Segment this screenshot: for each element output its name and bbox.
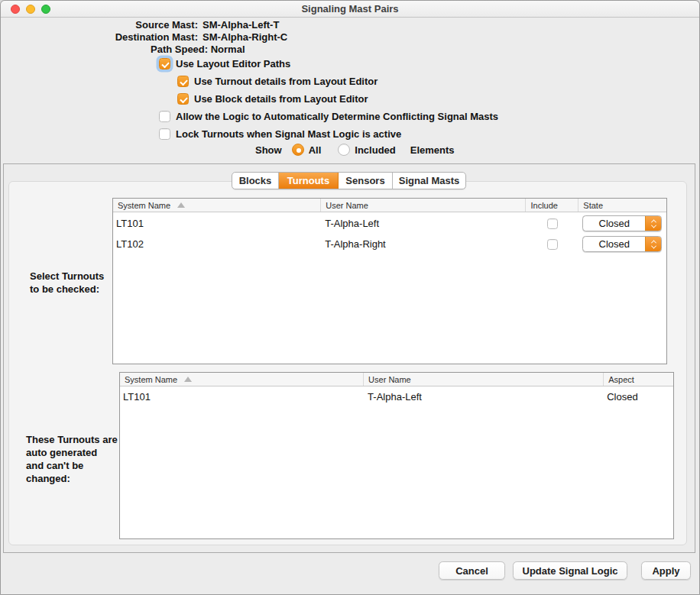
state-dropdown-value: Closed (583, 216, 645, 231)
header-system-name-label: System Name (125, 375, 177, 384)
apply-button[interactable]: Apply (641, 561, 691, 580)
header-state-label: State (583, 201, 603, 210)
tab-turnouts[interactable]: Turnouts (279, 173, 339, 189)
destination-mast-label: Destination Mast: (1, 31, 198, 43)
signaling-mast-pairs-window: Signaling Mast Pairs Source Mast: SM-Alp… (0, 0, 700, 595)
lock-turnouts-checkbox[interactable] (159, 128, 170, 140)
cancel-button[interactable]: Cancel (439, 561, 505, 580)
header-system-name[interactable]: System Name (120, 373, 364, 386)
update-signal-logic-button[interactable]: Update Signal Logic (513, 561, 627, 580)
header-system-name-label: System Name (118, 201, 170, 210)
stepper-arrows-icon (645, 237, 661, 251)
table-row[interactable]: LT101 T-Alpha-Left Closed (120, 387, 673, 406)
destination-mast-row: Destination Mast: SM-Alpha-Right-C (1, 31, 459, 43)
cell-system-name: LT101 (116, 218, 144, 229)
use-layout-editor-paths-checkbox[interactable] (159, 58, 170, 70)
sort-ascending-icon (177, 202, 185, 208)
show-elements-row: Show All Included Elements (255, 143, 455, 157)
cell-aspect: Closed (607, 391, 637, 403)
header-user-name-label: User Name (326, 201, 368, 210)
auto-generated-label-line2: auto generated (26, 446, 118, 459)
source-mast-label: Source Mast: (1, 19, 198, 31)
header-aspect[interactable]: Aspect (604, 373, 673, 386)
show-all-label: All (309, 144, 322, 156)
use-turnout-details-label: Use Turnout details from Layout Editor (194, 76, 378, 87)
header-system-name[interactable]: System Name (113, 199, 321, 212)
option-row-turnout-details: Use Turnout details from Layout Editor (177, 75, 378, 88)
header-include[interactable]: Include (526, 199, 578, 212)
cell-system-name: LT101 (123, 391, 151, 403)
use-block-details-label: Use Block details from Layout Editor (194, 93, 368, 105)
state-dropdown[interactable]: Closed (582, 236, 662, 252)
header-aspect-label: Aspect (608, 375, 634, 384)
auto-turnouts-table-header: System Name User Name Aspect (120, 373, 673, 386)
state-dropdown[interactable]: Closed (582, 215, 662, 231)
lock-turnouts-label: Lock Turnouts when Signal Mast Logic is … (176, 128, 401, 140)
path-speed-label: Path Speed: Normal (151, 44, 245, 55)
auto-generated-label-line1: These Turnouts are (26, 433, 118, 446)
auto-generated-label-line4: changed: (26, 472, 118, 485)
source-mast-row: Source Mast: SM-Alpha-Left-T (1, 19, 459, 31)
cell-user-name: T-Alpha-Left (368, 391, 422, 403)
destination-mast-value: SM-Alpha-Right-C (203, 31, 287, 43)
tab-blocks[interactable]: Blocks (232, 173, 279, 189)
auto-determine-conflicting-checkbox[interactable] (159, 111, 170, 122)
auto-generated-label-line3: and can't be (26, 459, 118, 472)
use-block-details-checkbox[interactable] (177, 93, 189, 105)
elements-label: Elements (410, 144, 455, 156)
cell-system-name: LT102 (116, 238, 144, 250)
option-row-auto-conflicting: Allow the Logic to Automatically Determi… (159, 110, 498, 123)
sort-ascending-icon (184, 377, 192, 382)
header-user-name-label: User Name (368, 375, 411, 384)
select-turnouts-table: System Name User Name Include State LT10… (112, 198, 667, 364)
state-dropdown-value: Closed (583, 237, 645, 251)
title-bar: Signaling Mast Pairs (1, 1, 699, 18)
window-title: Signaling Mast Pairs (1, 3, 699, 15)
header-user-name[interactable]: User Name (364, 373, 604, 386)
show-included-label: Included (355, 144, 395, 156)
table-row[interactable]: LT102 T-Alpha-Right Closed (113, 234, 666, 254)
select-turnouts-table-header: System Name User Name Include State (113, 199, 666, 212)
select-turnouts-label-line1: Select Turnouts (30, 270, 104, 283)
show-all-radio[interactable] (292, 144, 304, 156)
source-mast-value: SM-Alpha-Left-T (203, 19, 279, 31)
header-user-name[interactable]: User Name (321, 199, 526, 212)
element-tabs: Blocks Turnouts Sensors Signal Masts (232, 172, 466, 189)
option-row-layout-editor-paths: Use Layout Editor Paths (159, 57, 290, 70)
auto-turnouts-table: System Name User Name Aspect LT101 T-Alp… (119, 372, 674, 539)
include-checkbox[interactable] (547, 218, 558, 229)
tab-sensors[interactable]: Sensors (339, 173, 393, 189)
cell-user-name: T-Alpha-Left (325, 218, 379, 229)
auto-generated-label: These Turnouts are auto generated and ca… (26, 433, 118, 485)
header-state[interactable]: State (578, 199, 666, 212)
table-row[interactable]: LT101 T-Alpha-Left Closed (113, 213, 666, 234)
include-checkbox[interactable] (547, 239, 558, 250)
header-include-label: Include (530, 201, 557, 210)
use-layout-editor-paths-label: Use Layout Editor Paths (176, 58, 290, 70)
option-row-block-details: Use Block details from Layout Editor (177, 92, 368, 105)
select-turnouts-label: Select Turnouts to be checked: (30, 270, 104, 296)
select-turnouts-label-line2: to be checked: (30, 283, 104, 296)
option-row-lock-turnouts: Lock Turnouts when Signal Mast Logic is … (159, 128, 401, 141)
tab-signal-masts[interactable]: Signal Masts (393, 173, 465, 189)
auto-determine-conflicting-label: Allow the Logic to Automatically Determi… (176, 111, 498, 122)
cell-user-name: T-Alpha-Right (325, 238, 385, 250)
use-turnout-details-checkbox[interactable] (177, 76, 189, 87)
stepper-arrows-icon (645, 216, 661, 231)
show-label: Show (255, 144, 282, 156)
show-included-radio[interactable] (338, 144, 350, 156)
